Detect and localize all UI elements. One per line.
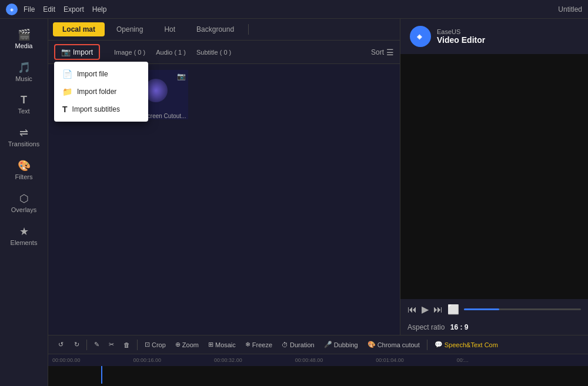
subtitles-icon: T [62,105,68,114]
brand-title: Video Editor [437,35,485,45]
freeze-icon: ❄ [245,341,250,348]
timeline-tracks[interactable] [48,366,588,386]
tab-hot[interactable]: Hot [155,22,185,36]
file-icon: 📄 [62,69,72,79]
menu-export[interactable]: Export [64,5,84,14]
undo-redo-group: ↺ ↻ [54,340,83,350]
sidebar-item-filters[interactable]: 🎨 Filters [4,155,45,185]
filter-image[interactable]: Image ( 0 ) [111,48,149,57]
dropdown-import-folder[interactable]: 📁 Import folder [54,83,148,100]
zoom-icon: ⊕ [175,341,181,348]
sidebar-item-overlays[interactable]: ⬡ Overlays [4,187,45,218]
duration-button[interactable]: ⏱ Duration [278,340,319,350]
menu-bar: File Edit Export Help [24,5,106,14]
crop-icon: ⊡ [145,341,150,348]
crop-button[interactable]: ⊡ Crop [141,340,170,350]
speech-text-button[interactable]: 💬 Speech&Text Com [430,340,502,350]
pen-button[interactable]: ✎ [90,340,103,350]
sidebar-item-elements[interactable]: ★ Elements [4,220,45,251]
ruler-mark-5: 00:... [457,357,469,363]
duration-icon: ⏱ [282,341,288,348]
filter-subtitle[interactable]: Subtitle ( 0 ) [193,48,235,57]
menu-edit[interactable]: Edit [43,5,55,14]
freeze-button[interactable]: ❄ Freeze [241,340,276,350]
ruler-mark-1: 00:00:16.00 [133,357,162,363]
svg-text:◈: ◈ [10,7,14,12]
scissors-button[interactable]: ✂ [105,340,118,350]
left-sidebar: 🎬 Media 🎵 Music T Text ⇌ Transitions 🎨 F… [0,19,48,386]
preview-screen [400,54,588,299]
chroma-icon: 🎨 [368,341,376,348]
import-button[interactable]: 📷 Import [54,44,100,60]
speech-icon: 💬 [435,341,443,348]
mosaic-button[interactable]: ⊞ Mosaic [204,340,240,350]
fast-forward-button[interactable]: ⏭ [433,304,443,315]
tabs-bar: Local mat Opening Hot Background [48,19,400,41]
brand-name: EaseUS [437,28,485,35]
chroma-button[interactable]: 🎨 Chroma cutout [363,340,424,350]
menu-file[interactable]: File [24,5,35,14]
play-button[interactable]: ▶ [422,304,429,315]
progress-fill [464,308,499,310]
ruler-mark-3: 00:00:48.00 [295,357,323,363]
window-title: Untitled [558,5,582,14]
svg-text:◈: ◈ [416,33,422,40]
filter-audio[interactable]: Audio ( 1 ) [152,48,189,57]
timeline-ruler: 00:00:00.00 00:00:16.00 00:00:32.00 00:0… [48,354,588,366]
dubbing-icon: 🎤 [324,341,332,348]
redo-button[interactable]: ↻ [70,340,83,350]
folder-icon: 📁 [62,87,72,96]
filters-icon: 🎨 [6,159,42,172]
divider-1 [86,340,87,350]
mosaic-icon: ⊞ [208,341,213,348]
redo-icon: ↻ [74,341,79,348]
text-icon: T [6,94,42,106]
sidebar-item-transitions[interactable]: ⇌ Transitions [4,122,45,152]
transitions-icon: ⇌ [6,126,42,139]
aspect-ratio: Aspect ratio 16 : 9 [400,320,588,335]
camera-overlay-icon: 📷 [177,72,186,80]
tab-background[interactable]: Background [187,22,243,36]
timeline-cursor[interactable] [101,366,102,384]
ruler-mark-0: 00:00:00.00 [52,357,81,363]
timeline: 00:00:00.00 00:00:16.00 00:00:32.00 00:0… [48,354,588,386]
titlebar: ◈ File Edit Export Help Untitled [0,0,588,19]
dropdown-import-file[interactable]: 📄 Import file [54,65,148,83]
preview-branding: ◈ EaseUS Video Editor [400,19,588,54]
sidebar-item-media[interactable]: 🎬 Media [4,24,45,54]
brand-icon: ◈ [410,26,431,47]
preview-controls: ⏮ ▶ ⏭ ⬜ [400,299,588,320]
media-icon: 🎬 [6,28,42,41]
undo-button[interactable]: ↺ [54,340,68,350]
zoom-button[interactable]: ⊕ Zoom [171,340,203,350]
import-camera-icon: 📷 [61,48,71,56]
scissors-icon: ✂ [109,341,114,348]
music-icon: 🎵 [6,61,42,74]
preview-panel: ◈ EaseUS Video Editor ⏮ ▶ ⏭ ⬜ [400,19,588,335]
stop-button[interactable]: ⬜ [447,304,459,315]
aspect-value: 16 : 9 [450,323,469,331]
rewind-button[interactable]: ⏮ [407,304,417,315]
bottom-section: ↺ ↻ ✎ ✂ 🗑 ⊡ Cr [48,335,588,386]
delete-button[interactable]: 🗑 [119,340,134,350]
sidebar-item-music[interactable]: 🎵 Music [4,56,45,87]
brand-text: EaseUS Video Editor [437,28,485,45]
tab-divider [248,24,249,35]
tab-opening[interactable]: Opening [107,22,152,36]
elements-icon: ★ [6,225,42,238]
divider-2 [137,340,138,350]
tab-local-mat[interactable]: Local mat [53,22,105,36]
media-section: Local mat Opening Hot Background 📷 Impor… [48,19,400,335]
menu-help[interactable]: Help [92,5,107,14]
dropdown-import-subtitles[interactable]: T Import subtitles [54,100,148,118]
undo-icon: ↺ [58,341,64,348]
filter-bar: 📷 Import Image ( 0 ) Audio ( 1 ) Subtitl… [48,41,400,64]
top-section: Local mat Opening Hot Background 📷 Impor… [48,19,588,335]
sidebar-item-text[interactable]: T Text [4,89,45,119]
dubbing-button[interactable]: 🎤 Dubbing [320,340,362,350]
import-dropdown: 📄 Import file 📁 Import folder T Import s… [54,62,148,122]
sort-button[interactable]: Sort ☰ [371,48,394,57]
progress-bar[interactable] [464,308,581,310]
filter-tags: Image ( 0 ) Audio ( 1 ) Subtitle ( 0 ) [111,48,235,57]
content-section: Local mat Opening Hot Background 📷 Impor… [48,19,588,386]
